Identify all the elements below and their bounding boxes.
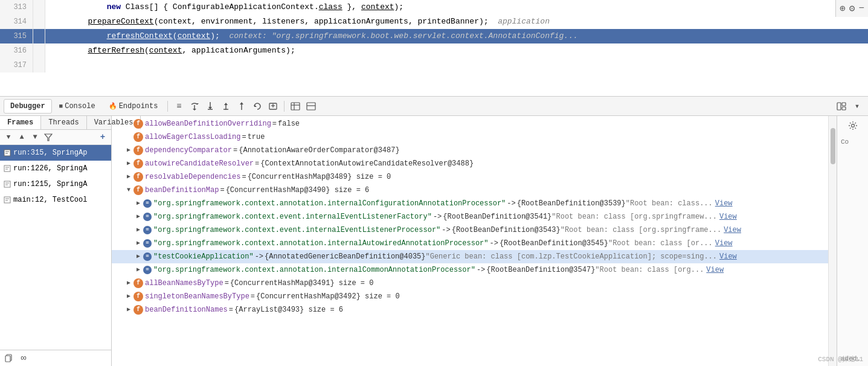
var-toggle-12[interactable]: ▶ [124,277,133,290]
reset-button[interactable] [250,99,265,114]
code-line-315: 315 refreshContext(context); context: "o… [0,29,868,43]
add-button[interactable]: + [97,131,109,143]
var-row-dependencyComparator[interactable]: ▶ f dependencyComparator = {AnnotationAw… [112,144,828,157]
var-view-8[interactable]: View [724,223,741,237]
frame-item-main12[interactable]: main:12, TestCool [0,192,111,208]
var-row-allBeanNamesByType[interactable]: ▶ f allBeanNamesByType = {ConcurrentHash… [112,277,828,290]
var-eq-5: = [220,184,224,197]
svg-marker-23 [45,134,52,141]
tab-frames[interactable]: Frames [0,116,41,129]
var-icon-14: f [133,305,143,315]
var-row-internalEventListenerProcessor[interactable]: ▶ = "org.springframework.context.event.i… [112,223,828,237]
var-val-13: {ConcurrentHashMap@3492} size = 0 [256,290,400,303]
var-toggle-13[interactable]: ▶ [124,290,133,303]
frames-sidebar: Frames Threads Variables ▼ ▲ ▼ + [0,116,112,366]
var-icon-8: = [143,226,152,234]
line-number-315: 315 [0,29,33,43]
var-toggle-10[interactable]: ▶ [133,250,143,263]
filter-dropdown-button[interactable]: ▼ [2,131,14,143]
var-name-7: "org.springframework.context.event.inter… [153,210,432,223]
line-content-314: prepareContext(context, environment, lis… [45,14,868,29]
tab-endpoints[interactable]: 🔥 Endpoints [103,100,164,113]
var-val-4: {ConcurrentHashMap@3489} size = 0 [248,170,391,184]
var-row-autowireCandidateResolver[interactable]: ▶ f autowireCandidateResolver = {Context… [112,157,828,170]
var-icon-9: = [143,239,152,248]
var-toggle-8[interactable]: ▶ [133,223,143,237]
var-icon-13: f [133,292,143,301]
filter-button[interactable] [42,131,54,143]
evaluate-button[interactable] [266,99,280,114]
chevron-down-button[interactable]: ▾ [850,99,864,114]
gear-icon[interactable]: ⚙ [849,2,855,14]
var-toggle-11[interactable]: ▶ [133,263,143,277]
var-row-internalConfigurationAnnotationProcessor[interactable]: ▶ = "org.springframework.context.annotat… [112,197,828,210]
var-icon-4: f [133,172,143,182]
down-button[interactable]: ▼ [29,131,41,143]
var-toggle-14[interactable]: ▶ [124,303,133,316]
var-toggle-2[interactable]: ▶ [124,144,133,157]
var-row-allowEagerClassLoading[interactable]: f allowEagerClassLoading = true [112,130,828,144]
var-toggle-7[interactable]: ▶ [133,210,143,223]
var-val-3: {ContextAnnotationAutowireCandidateResol… [260,157,474,170]
var-view-10[interactable]: View [719,250,737,263]
gear-settings-button[interactable] [840,118,866,135]
var-toggle-3[interactable]: ▶ [124,157,133,170]
svg-rect-20 [837,103,841,110]
endpoints-icon: 🔥 [109,102,117,110]
var-val-9: {RootBeanDefinition@3545} [500,237,608,250]
var-row-internalAutowiredAnnotationProcessor[interactable]: ▶ = "org.springframework.context.annotat… [112,237,828,250]
frame-item-run1215[interactable]: run:1215, SpringA [0,176,111,192]
var-row-beanDefinitionNames[interactable]: ▶ f beanDefinitionNames = {ArrayList@349… [112,303,828,316]
var-val-2: {AnnotationAwareOrderComparator@3487} [239,144,399,157]
var-row-internalCommonAnnotationProcessor[interactable]: ▶ = "org.springframework.context.annotat… [112,263,828,277]
view-button[interactable]: ∞ [17,352,30,365]
var-view-9[interactable]: View [715,237,733,250]
step-into-button[interactable] [203,99,217,114]
layout-button[interactable] [304,99,318,114]
var-eq-8: -> [442,223,450,237]
var-row-testCookieApplication[interactable]: ▶ = "testCookieApplication" -> {Annotate… [112,250,828,263]
var-eq-1: = [242,130,246,144]
settings-circle-icon[interactable]: ⊕ [840,2,846,14]
var-toggle-9[interactable]: ▶ [133,237,143,250]
frame-item-run315[interactable]: run:315, SpringAp [0,145,111,161]
up-button[interactable]: ▲ [16,131,28,143]
show-lines-button[interactable]: ≡ [172,99,186,114]
var-row-allowBeanDefinitionOverriding[interactable]: f allowBeanDefinitionOverriding = false [112,117,828,130]
layout-toggle-button[interactable] [834,99,849,114]
var-name-10: "testCookieApplication" [153,250,254,263]
table-view-button[interactable] [288,99,303,114]
step-out-button[interactable] [219,99,233,114]
var-toggle-1 [124,130,133,144]
var-toggle-6[interactable]: ▶ [133,197,143,210]
tab-console[interactable]: ■ Console [53,100,101,113]
svg-rect-18 [307,103,315,110]
var-toggle-4[interactable]: ▶ [124,170,133,184]
var-name-12: allBeanNamesByType [145,277,223,290]
var-view-7[interactable]: View [719,210,737,223]
minimize-icon[interactable]: − [858,3,864,14]
var-name-5: beanDefinitionMap [145,184,219,197]
far-right-panel: Co aded. [837,116,868,366]
copy-button[interactable] [2,352,16,365]
run-to-cursor-button[interactable] [234,99,249,114]
var-suffix-10: "Generic bean: class [com.lzp.TestCookie… [426,250,717,263]
var-val-12: {ConcurrentHashMap@3491} size = 0 [230,277,374,290]
line-gutter-313 [33,0,45,14]
var-row-singletonBeanNamesByType[interactable]: ▶ f singletonBeanNamesByType = {Concurre… [112,290,828,303]
variables-content: f allowBeanDefinitionOverriding = false … [112,116,828,366]
var-eq-7: -> [433,210,442,223]
var-view-6[interactable]: View [715,197,733,210]
var-view-11[interactable]: View [706,263,724,277]
var-name-3: autowireCandidateResolver [145,157,254,170]
frame-icon-2 [4,165,11,172]
step-over-button[interactable] [187,99,202,114]
var-toggle-5[interactable]: ▼ [124,184,133,197]
var-row-beanDefinitionMap[interactable]: ▼ f beanDefinitionMap = {ConcurrentHashM… [112,184,828,197]
frame-item-run1226[interactable]: run:1226, SpringA [0,161,111,176]
tab-threads[interactable]: Threads [41,116,86,129]
var-row-internalEventListenerFactory[interactable]: ▶ = "org.springframework.context.event.i… [112,210,828,223]
var-row-resolvableDependencies[interactable]: ▶ f resolvableDependencies = {Concurrent… [112,170,828,184]
scrollbar-thumb[interactable] [831,128,835,164]
tab-debugger[interactable]: Debugger [4,99,52,114]
